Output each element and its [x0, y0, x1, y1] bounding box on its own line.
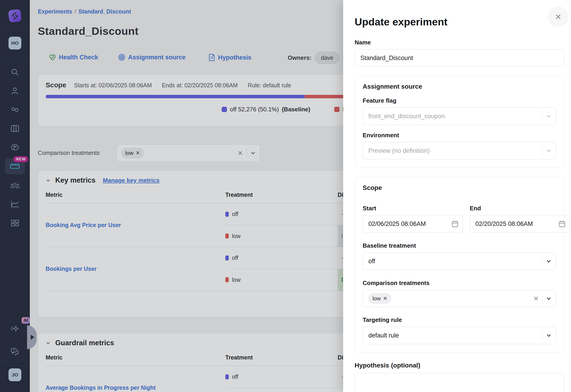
baseline-treatment-select[interactable]: off [363, 252, 556, 270]
chevron-down-icon [546, 114, 551, 119]
baseline-treatment-value: off [368, 258, 375, 265]
chevron-down-icon[interactable] [546, 259, 551, 264]
baseline-treatment-label: Baseline treatment [363, 242, 556, 249]
calendar-icon[interactable] [559, 220, 566, 227]
environment-value: Preview (no definition) [368, 147, 429, 154]
chip-label: low [372, 295, 381, 302]
panel-title: Update experiment [355, 16, 565, 28]
divider [542, 330, 542, 340]
divider [542, 294, 542, 304]
chevron-down-icon[interactable] [546, 333, 551, 338]
calendar-icon[interactable] [452, 220, 458, 227]
targeting-rule-label: Targeting rule [363, 316, 556, 323]
scope-section-title: Scope [363, 184, 556, 192]
end-label: End [470, 205, 570, 212]
chip-remove-icon[interactable]: ✕ [383, 295, 387, 302]
chevron-down-icon[interactable] [546, 296, 551, 301]
targeting-rule-value: default rule [368, 332, 399, 339]
divider [542, 111, 542, 121]
name-input[interactable] [355, 49, 564, 67]
close-button[interactable] [548, 6, 569, 27]
environment-select[interactable]: Preview (no definition) [363, 142, 556, 159]
comparison-treatments-select[interactable]: low ✕ ✕ [363, 290, 556, 307]
name-label: Name [355, 39, 565, 46]
hypothesis-optional-label: Hypothesis (optional) [355, 362, 565, 369]
assignment-source-section-title: Assignment source [363, 83, 556, 90]
divider [542, 146, 542, 156]
start-label: Start [363, 205, 463, 212]
feature-flag-value: front_end_discount_coupon [368, 113, 445, 120]
divider [542, 256, 542, 266]
start-date-input[interactable]: 02/06/2025 08:06AM [363, 215, 463, 233]
start-date-value: 02/06/2025 08:06AM [368, 220, 426, 227]
environment-label: Environment [363, 132, 556, 139]
end-date-input[interactable]: 02/20/2025 08:06AM [470, 215, 570, 233]
targeting-rule-select[interactable]: default rule [363, 327, 556, 344]
hypothesis-textarea[interactable] [355, 373, 564, 392]
end-date-value: 02/20/2025 08:06AM [475, 220, 533, 227]
assignment-source-section: Assignment source Feature flag front_end… [355, 75, 564, 168]
comparison-treatments-label: Comparison treatments [363, 280, 556, 287]
close-icon [554, 13, 562, 21]
update-experiment-panel: Update experiment Name Assignment source… [343, 0, 571, 392]
feature-flag-label: Feature flag [363, 97, 556, 104]
scope-section: Scope Start 02/06/2025 08:06AM End 0 [355, 177, 564, 353]
chevron-down-icon [546, 148, 551, 153]
clear-icon[interactable]: ✕ [533, 295, 539, 302]
treatment-chip[interactable]: low ✕ [368, 293, 391, 304]
feature-flag-select[interactable]: front_end_discount_coupon [363, 107, 556, 125]
